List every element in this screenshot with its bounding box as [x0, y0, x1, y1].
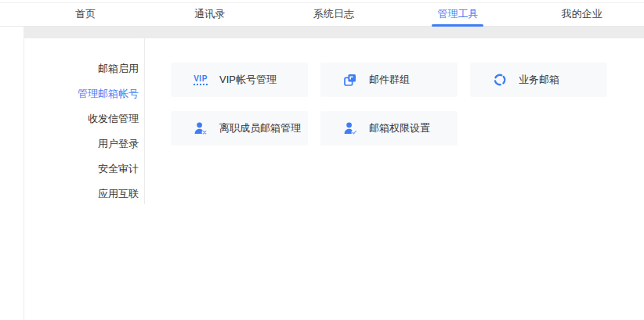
- sidebar-item-mailbox-enable[interactable]: 邮箱启用: [24, 56, 145, 81]
- card-vip-account-management[interactable]: VIP VIP帐号管理: [171, 63, 308, 97]
- sidebar-item-security-audit[interactable]: 安全审计: [24, 156, 145, 182]
- vip-badge-icon: VIP: [191, 75, 210, 85]
- sidebar: 邮箱启用 管理邮箱帐号 收发信管理 用户登录 安全审计 应用互联: [24, 38, 145, 207]
- business-mailbox-icon: [490, 72, 509, 88]
- card-label: VIP帐号管理: [219, 73, 277, 87]
- card-label: 业务邮箱: [519, 73, 559, 87]
- tab-admin-tools-label: 管理工具: [437, 7, 478, 21]
- card-resigned-member-mailbox[interactable]: 离职成员邮箱管理: [171, 111, 308, 146]
- mail-group-icon: [341, 72, 360, 88]
- tab-my-enterprise[interactable]: 我的企业: [520, 2, 644, 26]
- tab-contacts[interactable]: 通讯录: [147, 2, 271, 26]
- tab-admin-tools[interactable]: 管理工具: [396, 2, 519, 26]
- card-label: 邮箱权限设置: [369, 121, 430, 135]
- top-navigation-tabs: 首页 通讯录 系统日志 管理工具 我的企业: [24, 2, 644, 26]
- card-label: 邮件群组: [369, 73, 410, 87]
- sidebar-item-send-receive-management[interactable]: 收发信管理: [24, 106, 145, 131]
- card-mailbox-permission[interactable]: 邮箱权限设置: [320, 111, 458, 146]
- subheader-band: [24, 27, 644, 38]
- vip-badge-text: VIP: [194, 75, 208, 85]
- mailbox-permission-icon: [341, 120, 360, 136]
- tab-system-logs[interactable]: 系统日志: [272, 2, 396, 26]
- admin-tools-card-grid: VIP VIP帐号管理 邮件群组 业务邮箱: [171, 63, 610, 146]
- top-navigation: 首页 通讯录 系统日志 管理工具 我的企业: [0, 2, 644, 27]
- resigned-member-mailbox-icon: [191, 120, 210, 136]
- sidebar-item-manage-mailbox-accounts[interactable]: 管理邮箱帐号: [24, 81, 145, 106]
- card-mail-group[interactable]: 邮件群组: [320, 63, 458, 97]
- card-business-mailbox[interactable]: 业务邮箱: [470, 63, 607, 97]
- sidebar-item-app-interconnect[interactable]: 应用互联: [24, 182, 145, 207]
- tab-home[interactable]: 首页: [24, 2, 147, 26]
- sidebar-item-user-login[interactable]: 用户登录: [24, 131, 145, 156]
- card-label: 离职成员邮箱管理: [219, 121, 301, 135]
